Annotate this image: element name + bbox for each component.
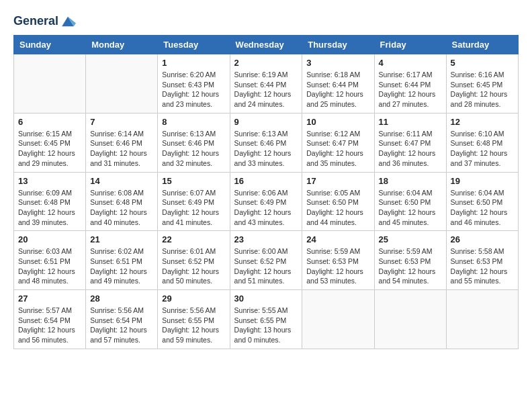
day-info: Sunrise: 6:07 AM Sunset: 6:49 PM Dayligh… [162, 188, 225, 228]
calendar-cell: 23Sunrise: 6:00 AM Sunset: 6:52 PM Dayli… [230, 231, 302, 290]
weekday-header-wednesday: Wednesday [230, 36, 302, 54]
day-number: 27 [18, 293, 81, 304]
calendar-cell [446, 290, 518, 349]
day-info: Sunrise: 6:03 AM Sunset: 6:51 PM Dayligh… [18, 246, 81, 286]
day-number: 2 [234, 58, 298, 68]
calendar-cell [302, 290, 374, 349]
calendar-cell [14, 54, 86, 113]
calendar-cell: 9Sunrise: 6:13 AM Sunset: 6:46 PM Daylig… [230, 113, 302, 172]
day-number: 13 [18, 176, 81, 186]
day-number: 9 [234, 117, 298, 127]
calendar-cell: 1Sunrise: 6:20 AM Sunset: 6:43 PM Daylig… [158, 54, 230, 113]
calendar-cell: 7Sunrise: 6:14 AM Sunset: 6:46 PM Daylig… [86, 113, 158, 172]
day-info: Sunrise: 6:08 AM Sunset: 6:48 PM Dayligh… [90, 188, 153, 228]
day-number: 19 [451, 176, 514, 186]
calendar-cell: 19Sunrise: 6:04 AM Sunset: 6:50 PM Dayli… [446, 172, 518, 231]
day-info: Sunrise: 5:56 AM Sunset: 6:55 PM Dayligh… [162, 306, 225, 345]
calendar-cell: 16Sunrise: 6:06 AM Sunset: 6:49 PM Dayli… [230, 172, 302, 231]
day-number: 25 [379, 234, 442, 244]
calendar-cell: 14Sunrise: 6:08 AM Sunset: 6:48 PM Dayli… [86, 172, 158, 231]
calendar-cell: 24Sunrise: 5:59 AM Sunset: 6:53 PM Dayli… [302, 231, 374, 290]
weekday-header-friday: Friday [374, 36, 446, 54]
calendar-cell: 20Sunrise: 6:03 AM Sunset: 6:51 PM Dayli… [14, 231, 86, 290]
day-number: 11 [379, 117, 442, 127]
day-number: 12 [451, 117, 514, 127]
day-info: Sunrise: 6:13 AM Sunset: 6:46 PM Dayligh… [234, 129, 298, 169]
calendar-cell: 21Sunrise: 6:02 AM Sunset: 6:51 PM Dayli… [86, 231, 158, 290]
day-number: 1 [162, 58, 225, 68]
day-info: Sunrise: 6:18 AM Sunset: 6:44 PM Dayligh… [306, 70, 369, 109]
calendar-week-row: 20Sunrise: 6:03 AM Sunset: 6:51 PM Dayli… [14, 231, 519, 290]
day-info: Sunrise: 6:20 AM Sunset: 6:43 PM Dayligh… [162, 70, 225, 109]
day-number: 21 [90, 234, 153, 244]
day-number: 24 [306, 234, 369, 244]
calendar-cell: 18Sunrise: 6:04 AM Sunset: 6:50 PM Dayli… [374, 172, 446, 231]
calendar-cell: 13Sunrise: 6:09 AM Sunset: 6:48 PM Dayli… [14, 172, 86, 231]
calendar-body: 1Sunrise: 6:20 AM Sunset: 6:43 PM Daylig… [14, 54, 519, 349]
calendar-cell: 5Sunrise: 6:16 AM Sunset: 6:45 PM Daylig… [446, 54, 518, 113]
weekday-header-monday: Monday [86, 36, 158, 54]
day-info: Sunrise: 6:19 AM Sunset: 6:44 PM Dayligh… [234, 70, 298, 109]
calendar-week-row: 13Sunrise: 6:09 AM Sunset: 6:48 PM Dayli… [14, 172, 519, 231]
day-info: Sunrise: 6:11 AM Sunset: 6:47 PM Dayligh… [379, 129, 442, 169]
day-info: Sunrise: 6:17 AM Sunset: 6:44 PM Dayligh… [379, 70, 442, 109]
calendar-cell: 22Sunrise: 6:01 AM Sunset: 6:52 PM Dayli… [158, 231, 230, 290]
day-number: 5 [451, 58, 514, 68]
day-number: 15 [162, 176, 225, 186]
calendar-cell: 28Sunrise: 5:56 AM Sunset: 6:54 PM Dayli… [86, 290, 158, 349]
day-info: Sunrise: 6:00 AM Sunset: 6:52 PM Dayligh… [234, 246, 298, 286]
calendar-cell: 17Sunrise: 6:05 AM Sunset: 6:50 PM Dayli… [302, 172, 374, 231]
day-number: 20 [18, 234, 81, 244]
day-number: 29 [162, 293, 225, 304]
day-info: Sunrise: 6:09 AM Sunset: 6:48 PM Dayligh… [18, 188, 81, 228]
day-info: Sunrise: 5:58 AM Sunset: 6:53 PM Dayligh… [451, 246, 514, 286]
day-info: Sunrise: 6:06 AM Sunset: 6:49 PM Dayligh… [234, 188, 298, 228]
day-info: Sunrise: 6:04 AM Sunset: 6:50 PM Dayligh… [379, 188, 442, 228]
day-info: Sunrise: 6:14 AM Sunset: 6:46 PM Dayligh… [90, 129, 153, 169]
day-number: 6 [18, 117, 81, 127]
calendar-cell: 15Sunrise: 6:07 AM Sunset: 6:49 PM Dayli… [158, 172, 230, 231]
calendar-cell: 25Sunrise: 5:59 AM Sunset: 6:53 PM Dayli… [374, 231, 446, 290]
day-number: 22 [162, 234, 225, 244]
day-info: Sunrise: 6:13 AM Sunset: 6:46 PM Dayligh… [162, 129, 225, 169]
day-number: 23 [234, 234, 298, 244]
calendar-week-row: 6Sunrise: 6:15 AM Sunset: 6:45 PM Daylig… [14, 113, 519, 172]
day-number: 3 [306, 58, 369, 68]
logo-icon [60, 13, 76, 30]
calendar-cell: 12Sunrise: 6:10 AM Sunset: 6:48 PM Dayli… [446, 113, 518, 172]
day-number: 10 [306, 117, 369, 127]
day-number: 14 [90, 176, 153, 186]
calendar-cell: 29Sunrise: 5:56 AM Sunset: 6:55 PM Dayli… [158, 290, 230, 349]
page-header: General [13, 13, 519, 28]
day-info: Sunrise: 6:04 AM Sunset: 6:50 PM Dayligh… [451, 188, 514, 228]
day-number: 4 [379, 58, 442, 68]
day-info: Sunrise: 6:10 AM Sunset: 6:48 PM Dayligh… [451, 129, 514, 169]
day-info: Sunrise: 5:55 AM Sunset: 6:55 PM Dayligh… [234, 306, 298, 345]
weekday-header-sunday: Sunday [14, 36, 86, 54]
day-number: 17 [306, 176, 369, 186]
day-info: Sunrise: 5:59 AM Sunset: 6:53 PM Dayligh… [379, 246, 442, 286]
calendar-week-row: 1Sunrise: 6:20 AM Sunset: 6:43 PM Daylig… [14, 54, 519, 113]
day-info: Sunrise: 6:01 AM Sunset: 6:52 PM Dayligh… [162, 246, 225, 286]
calendar-cell: 26Sunrise: 5:58 AM Sunset: 6:53 PM Dayli… [446, 231, 518, 290]
day-info: Sunrise: 5:56 AM Sunset: 6:54 PM Dayligh… [90, 306, 153, 345]
day-number: 16 [234, 176, 298, 186]
logo: General [13, 13, 76, 28]
calendar-cell: 10Sunrise: 6:12 AM Sunset: 6:47 PM Dayli… [302, 113, 374, 172]
day-number: 26 [451, 234, 514, 244]
calendar-cell: 27Sunrise: 5:57 AM Sunset: 6:54 PM Dayli… [14, 290, 86, 349]
day-info: Sunrise: 6:15 AM Sunset: 6:45 PM Dayligh… [18, 129, 81, 169]
calendar-cell: 2Sunrise: 6:19 AM Sunset: 6:44 PM Daylig… [230, 54, 302, 113]
calendar-header-row: SundayMondayTuesdayWednesdayThursdayFrid… [14, 36, 519, 54]
calendar-table: SundayMondayTuesdayWednesdayThursdayFrid… [13, 35, 519, 349]
calendar-cell: 3Sunrise: 6:18 AM Sunset: 6:44 PM Daylig… [302, 54, 374, 113]
day-info: Sunrise: 5:57 AM Sunset: 6:54 PM Dayligh… [18, 306, 81, 345]
calendar-cell [374, 290, 446, 349]
weekday-header-saturday: Saturday [446, 36, 518, 54]
day-number: 7 [90, 117, 153, 127]
calendar-week-row: 27Sunrise: 5:57 AM Sunset: 6:54 PM Dayli… [14, 290, 519, 349]
day-info: Sunrise: 6:12 AM Sunset: 6:47 PM Dayligh… [306, 129, 369, 169]
day-number: 30 [234, 293, 298, 304]
weekday-header-tuesday: Tuesday [158, 36, 230, 54]
day-number: 8 [162, 117, 225, 127]
